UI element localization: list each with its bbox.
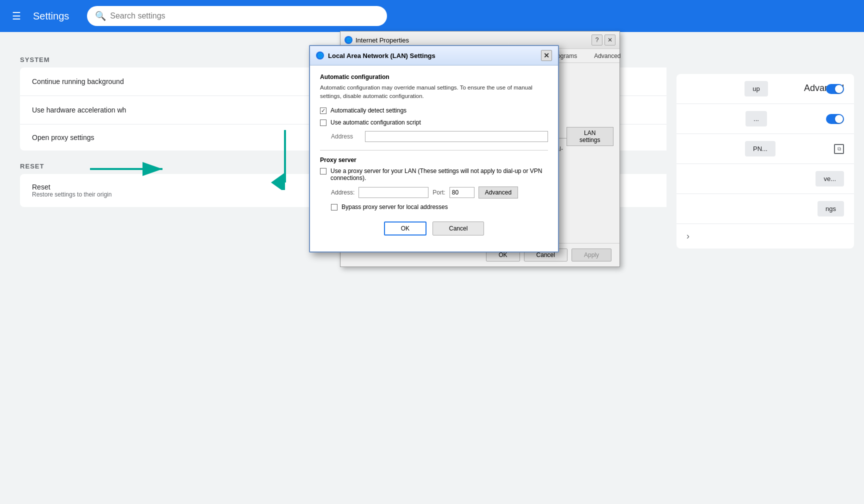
proxy-port-input[interactable] (450, 187, 474, 198)
address-row: Address (331, 131, 548, 142)
settings-button[interactable]: ngs (818, 201, 844, 216)
right-toggle-2[interactable] (826, 114, 844, 124)
vpn-button[interactable]: PN... (745, 141, 776, 156)
lan-settings-dialog: 🌐 Local Area Network (LAN) Settings ✕ Au… (309, 45, 559, 252)
right-card-1: up ... PN... ⧉ ve... (676, 74, 854, 248)
right-row-5: ngs (676, 194, 854, 224)
inet-apply-button[interactable]: Apply (572, 248, 612, 262)
bypass-label: Bypass proxy server for local addresses (342, 204, 448, 210)
proxy-checkbox-row: Use a proxy server for your LAN (These s… (320, 168, 548, 182)
reset-desc: Restore settings to their origin (32, 191, 112, 198)
external-link-icon[interactable]: ⧉ (834, 144, 844, 154)
chrome-settings-bg: ☰ Settings 🔍 System Continue running bac… (0, 0, 864, 504)
lan-cancel-button[interactable]: Cancel (432, 222, 484, 236)
right-panel: Advanced up ... PN... ⧉ (666, 32, 864, 504)
teal-arrow-down (270, 130, 300, 190)
inet-titlebar-left: 🌐 Internet Properties (344, 36, 409, 44)
up-button[interactable]: up (744, 81, 768, 96)
proxy-checkbox[interactable] (320, 168, 326, 174)
proxy-group-title: Proxy server (320, 156, 548, 164)
right-row-4: ve... (676, 164, 854, 194)
settings-title: Settings (33, 10, 69, 22)
search-input[interactable] (110, 12, 379, 20)
right-toggle-1[interactable] (826, 84, 844, 94)
proxy-address-input[interactable] (358, 187, 428, 198)
address-field-label: Address: (331, 189, 354, 196)
address-input[interactable] (365, 131, 548, 142)
auto-script-label: Use automatic configuration script (330, 119, 421, 126)
more-button[interactable]: ve... (816, 171, 844, 186)
bypass-row: Bypass proxy server for local addresses (331, 204, 548, 210)
proxy-address-row: Address: Port: Advanced (331, 186, 548, 198)
reset-label: Reset (32, 183, 112, 191)
proxy-checkbox-label: Use a proxy server for your LAN (These s… (330, 168, 548, 182)
port-label: Port: (432, 189, 445, 196)
auto-config-desc: Automatic configuration may override man… (320, 84, 548, 101)
lan-footer: OK Cancel (320, 216, 548, 244)
auto-detect-label: Automatically detect settings (330, 107, 406, 114)
right-arrow-icon: › (686, 231, 690, 242)
auto-script-checkbox[interactable] (320, 120, 326, 126)
auto-detect-row: ✓ Automatically detect settings (320, 107, 548, 114)
lan-settings-button[interactable]: LAN settings (566, 127, 614, 146)
lan-titlebar: 🌐 Local Area Network (LAN) Settings ✕ (310, 46, 558, 66)
lan-ok-button[interactable]: OK (384, 222, 426, 236)
inet-title-text: Internet Properties (356, 36, 409, 44)
advanced-button[interactable]: Advanced (478, 186, 518, 198)
auto-script-row: Use automatic configuration script (320, 119, 548, 126)
tab-advanced[interactable]: Advanced (586, 49, 629, 62)
inet-globe-icon: 🌐 (344, 36, 352, 44)
right-row-3: PN... ⧉ (676, 134, 854, 164)
auto-config-title: Automatic configuration (320, 74, 548, 80)
dots-button[interactable]: ... (746, 111, 767, 126)
checkmark-icon: ✓ (321, 108, 326, 114)
lan-globe-icon: 🌐 (316, 52, 324, 60)
chrome-header: ☰ Settings 🔍 (0, 0, 864, 32)
lan-titlebar-left: 🌐 Local Area Network (LAN) Settings (316, 52, 436, 60)
lan-close-button[interactable]: ✕ (541, 50, 552, 61)
hamburger-icon[interactable]: ☰ (8, 6, 25, 26)
search-icon: 🔍 (95, 10, 106, 22)
teal-arrow-left (90, 159, 170, 179)
lan-divider (320, 150, 548, 150)
right-row-2: ... (676, 104, 854, 134)
inet-help-button[interactable]: ? (592, 34, 602, 46)
inet-titlebar-right: ? ✕ (592, 34, 616, 46)
right-row-6[interactable]: › (676, 224, 854, 248)
lan-body: Automatic configuration Automatic config… (310, 66, 558, 252)
inet-close-button[interactable]: ✕ (604, 34, 616, 46)
auto-detect-checkbox[interactable]: ✓ (320, 108, 326, 114)
address-label: Address (331, 133, 361, 140)
bypass-checkbox[interactable] (331, 204, 338, 210)
lan-title-text: Local Area Network (LAN) Settings (328, 52, 436, 60)
right-row-1: up (676, 74, 854, 104)
search-bar: 🔍 (87, 6, 387, 26)
